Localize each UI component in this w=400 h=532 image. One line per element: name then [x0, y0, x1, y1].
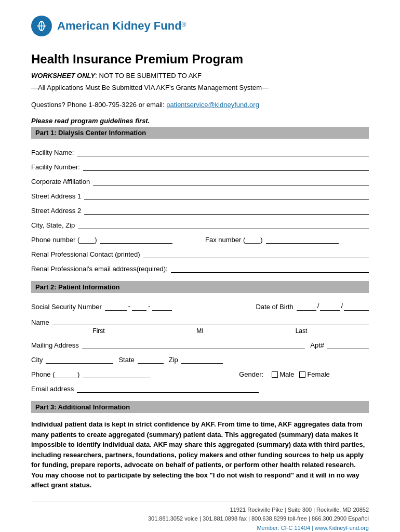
privacy-text: Individual patient data is kept in stric… — [31, 419, 369, 490]
phone-section: Phone number (____) — [31, 234, 195, 244]
page: American Kidney Fund® Health Insurance P… — [0, 0, 400, 532]
email-address-row: Email address — [31, 383, 369, 393]
ssn-field[interactable]: - - — [105, 301, 172, 311]
zip-label: Zip — [169, 356, 178, 364]
ssn-label: Social Security Number — [31, 303, 102, 311]
part2-header: Part 2: Patient Information — [31, 281, 369, 293]
male-checkbox[interactable] — [272, 371, 278, 378]
phone-input[interactable] — [100, 234, 172, 244]
street-address1-input[interactable] — [84, 191, 369, 200]
name-label: Name — [31, 318, 49, 326]
renal-email-input[interactable] — [171, 263, 369, 273]
ssn-section: Social Security Number - - — [31, 301, 200, 311]
part1-section: Part 1: Dialysis Center Information Faci… — [31, 127, 369, 273]
apt-section: Apt# — [310, 340, 369, 349]
part3-header: Part 3: Additional Information — [31, 401, 369, 413]
renal-contact-input[interactable] — [143, 249, 369, 258]
street-address1-label: Street Address 1 — [31, 192, 81, 200]
state-input[interactable] — [138, 354, 164, 364]
corporate-affiliation-row: Corporate Affiliation — [31, 176, 369, 185]
footer-phone: 301.881.3052 voice | 301.881.0898 fax | … — [31, 514, 369, 524]
phone-fax-row: Phone number (____) Fax number (____) — [31, 234, 369, 244]
questions-line: Questions? Phone 1-800-795-3226 or email… — [31, 101, 369, 109]
street-address2-row: Street Address 2 — [31, 205, 369, 215]
name-last-label: Last — [234, 327, 369, 335]
email-address-input[interactable] — [77, 383, 259, 393]
logo-circle — [31, 16, 52, 36]
female-checkbox-item[interactable]: Female — [299, 370, 329, 378]
male-checkbox-item[interactable]: Male — [272, 370, 294, 378]
gender-section: Gender: Male Female — [200, 370, 369, 378]
city-state-zip-row-p2: City State Zip — [31, 354, 369, 364]
facility-name-input[interactable] — [77, 147, 369, 156]
city-state-zip-row-p1: City, State, Zip — [31, 220, 369, 229]
corporate-affiliation-input[interactable] — [93, 176, 369, 185]
ssn-dob-row: Social Security Number - - Date of Birth… — [31, 301, 369, 311]
footer: 11921 Rockville Pike | Suite 300 | Rockv… — [31, 501, 369, 533]
name-row: Name First MI Last — [31, 316, 369, 335]
part1-header: Part 1: Dialysis Center Information — [31, 127, 369, 139]
gender-label: Gender: — [239, 370, 263, 378]
renal-contact-label: Renal Professional Contact (printed) — [31, 250, 140, 258]
name-mi-label: MI — [166, 327, 234, 335]
subtitle: WORKSHEET ONLY: NOT TO BE SUBMITTED TO A… — [31, 72, 369, 79]
street-address2-input[interactable] — [84, 205, 369, 215]
phone-left: Phone (______) — [31, 369, 200, 378]
mailing-address-row: Mailing Address Apt# — [31, 340, 369, 349]
street-address2-label: Street Address 2 — [31, 207, 81, 215]
corporate-affiliation-label: Corporate Affiliation — [31, 178, 90, 185]
apt-input[interactable] — [327, 340, 369, 349]
dob-label: Date of Birth — [256, 303, 293, 311]
female-checkbox[interactable] — [299, 371, 305, 378]
street-address1-row: Street Address 1 — [31, 191, 369, 200]
facility-number-input[interactable] — [83, 162, 369, 171]
phone-gender-row: Phone (______) Gender: Male Female — [31, 369, 369, 378]
dob-field[interactable]: / / — [297, 301, 369, 311]
dob-section: Date of Birth / / — [200, 301, 369, 311]
renal-email-row: Renal Professional's email address(requi… — [31, 263, 369, 273]
subtitle-rest: : NOT TO BE SUBMITTED TO AKF — [95, 72, 202, 79]
header: American Kidney Fund® — [31, 16, 369, 36]
apt-label: Apt# — [310, 341, 324, 349]
fax-input[interactable] — [266, 234, 339, 244]
fax-label: Fax number (____) — [205, 236, 263, 244]
email-address-label: Email address — [31, 385, 74, 393]
female-label: Female — [307, 370, 329, 378]
city-label: City — [31, 356, 43, 364]
city-input[interactable] — [46, 354, 113, 364]
facility-number-row: Facility Number: — [31, 162, 369, 171]
renal-email-label: Renal Professional's email address(requi… — [31, 265, 168, 273]
phone-p2-input[interactable] — [83, 369, 150, 378]
city-state-zip-input[interactable] — [78, 220, 369, 229]
phone-p2-label: Phone (______) — [31, 370, 79, 378]
fax-section: Fax number (____) — [205, 234, 369, 244]
footer-member: Member: CFC 11404 | www.KidneyFund.org — [31, 524, 369, 532]
renal-contact-row: Renal Professional Contact (printed) — [31, 249, 369, 258]
mailing-address-input[interactable] — [82, 340, 305, 349]
email-link[interactable]: patientservice@kidneyfund.org — [166, 101, 259, 109]
footer-address: 11921 Rockville Pike | Suite 300 | Rockv… — [31, 506, 369, 515]
name-first-label: First — [31, 327, 166, 335]
part3-section: Part 3: Additional Information Individua… — [31, 401, 369, 490]
facility-name-label: Facility Name: — [31, 149, 74, 156]
phone-label: Phone number (____) — [31, 236, 97, 244]
org-name: American Kidney Fund® — [57, 19, 186, 33]
form-title: Health Insurance Premium Program — [31, 52, 369, 66]
please-read: Please read program guidelines first. — [31, 117, 369, 125]
name-input[interactable] — [52, 316, 369, 325]
subtitle-italic: WORKSHEET ONLY — [31, 72, 95, 79]
facility-number-label: Facility Number: — [31, 163, 80, 171]
name-labels: First MI Last — [31, 327, 369, 335]
mailing-address-label: Mailing Address — [31, 341, 79, 349]
subtitle-line2: —All Applications Must Be Submitted VIA … — [31, 84, 369, 91]
zip-input[interactable] — [181, 354, 223, 364]
part2-section: Part 2: Patient Information Social Secur… — [31, 281, 369, 393]
state-section: State — [118, 354, 163, 364]
facility-name-row: Facility Name: — [31, 147, 369, 156]
zip-section: Zip — [169, 354, 223, 364]
male-label: Male — [279, 370, 294, 378]
city-state-zip-label-p1: City, State, Zip — [31, 221, 75, 229]
state-label: State — [118, 356, 134, 364]
